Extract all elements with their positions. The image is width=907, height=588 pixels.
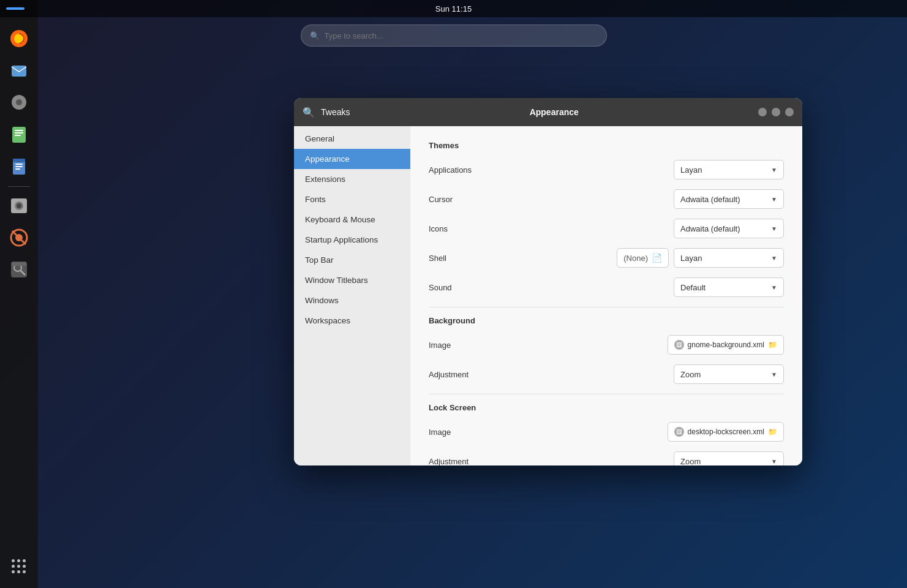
sidebar-item-startup-applications[interactable]: Startup Applications — [294, 230, 410, 250]
dot — [12, 570, 15, 573]
minimize-button[interactable] — [758, 108, 767, 116]
sidebar-item-windows[interactable]: Windows — [294, 290, 410, 311]
bg-image-folder-icon: 📁 — [768, 341, 777, 349]
maximize-button[interactable] — [772, 108, 780, 116]
sidebar-item-top-bar[interactable]: Top Bar — [294, 250, 410, 270]
shell-dropdown-value: Layan — [680, 254, 769, 263]
dot — [17, 570, 20, 573]
svg-rect-2 — [12, 66, 26, 77]
applications-dropdown[interactable]: Layan ▼ — [674, 160, 784, 179]
bg-adjustment-arrow: ▼ — [771, 371, 777, 378]
applications-row: Applications Layan ▼ — [429, 159, 784, 181]
cursor-label: Cursor — [429, 195, 649, 204]
applications-dropdown-arrow: ▼ — [771, 167, 777, 173]
dot — [12, 565, 15, 568]
ls-image-label: Image — [429, 428, 649, 437]
sidebar-item-extensions[interactable]: Extensions — [294, 169, 410, 189]
bg-image-value[interactable]: 🖼 gnome-background.xml 📁 — [668, 335, 784, 355]
applications-dropdown-value: Layan — [680, 165, 769, 175]
search-icon: 🔍 — [310, 31, 320, 40]
svg-rect-27 — [12, 262, 26, 266]
sidebar-item-window-titlebars[interactable]: Window Titlebars — [294, 270, 410, 290]
bg-adjustment-control: Zoom ▼ — [649, 364, 784, 384]
svg-rect-12 — [15, 135, 21, 136]
background-section-title: Background — [429, 316, 784, 325]
window-title-label: Tweaks — [321, 107, 350, 117]
title-bar-left: 🔍 Tweaks — [303, 107, 350, 118]
dots-grid — [12, 559, 26, 574]
dot — [17, 559, 20, 562]
top-bar: Sun 11:15 — [0, 0, 907, 17]
bg-image-label: Image — [429, 341, 649, 350]
cursor-dropdown-value: Adwaita (default) — [680, 195, 769, 204]
clock: Sun 11:15 — [435, 4, 472, 13]
shell-control: (None) 📄 Layan ▼ — [617, 248, 784, 268]
main-content: Themes Applications Layan ▼ Cursor — [410, 126, 802, 466]
ls-adjustment-dropdown[interactable]: Zoom ▼ — [674, 451, 784, 466]
svg-rect-8 — [23, 102, 26, 104]
dot — [23, 559, 26, 562]
search-bar[interactable]: 🔍 — [301, 24, 607, 47]
taskbar-files[interactable] — [5, 152, 33, 180]
svg-rect-7 — [12, 102, 15, 104]
shell-dropdown-arrow: ▼ — [771, 255, 777, 262]
taskbar-camera[interactable] — [5, 192, 33, 220]
svg-rect-15 — [15, 164, 23, 165]
window-controls — [758, 108, 794, 116]
shell-none-text: (None) — [623, 254, 648, 263]
ls-image-filename: desktop-lockscreen.xml — [688, 428, 764, 436]
svg-rect-6 — [18, 107, 20, 110]
title-bar: 🔍 Tweaks Appearance — [294, 98, 802, 126]
taskbar-mail[interactable] — [5, 56, 33, 85]
cursor-row: Cursor Adwaita (default) ▼ — [429, 188, 784, 210]
search-input[interactable] — [325, 31, 598, 40]
search-bar-container: 🔍 — [301, 24, 607, 47]
sidebar-item-keyboard-mouse[interactable]: Keyboard & Mouse — [294, 209, 410, 230]
svg-line-23 — [12, 231, 26, 244]
svg-rect-16 — [15, 166, 23, 167]
taskbar-help[interactable] — [5, 224, 33, 252]
sidebar-item-general[interactable]: General — [294, 129, 410, 149]
sound-dropdown-value: Default — [680, 283, 769, 292]
icons-dropdown[interactable]: Adwaita (default) ▼ — [674, 219, 784, 238]
taskbar-settings[interactable] — [5, 88, 33, 116]
shell-label: Shell — [429, 254, 617, 263]
sidebar-item-appearance[interactable]: Appearance — [294, 149, 410, 169]
dot — [12, 559, 15, 562]
cursor-dropdown[interactable]: Adwaita (default) ▼ — [674, 189, 784, 209]
bg-image-control: 🖼 gnome-background.xml 📁 — [649, 335, 784, 355]
shell-dropdown[interactable]: Layan ▼ — [674, 248, 784, 268]
svg-rect-17 — [15, 168, 20, 170]
taskbar-notes[interactable] — [5, 120, 33, 148]
svg-point-20 — [17, 203, 21, 208]
sidebar-item-workspaces[interactable]: Workspaces — [294, 311, 410, 331]
ls-adjustment-arrow: ▼ — [771, 458, 777, 465]
bg-image-filename: gnome-background.xml — [688, 341, 764, 349]
ls-image-row: Image 🖼 desktop-lockscreen.xml 📁 — [429, 421, 784, 443]
svg-rect-5 — [18, 95, 20, 98]
applications-control: Layan ▼ — [649, 160, 784, 179]
shell-none-badge: (None) 📄 — [617, 248, 669, 268]
sidebar-item-fonts[interactable]: Fonts — [294, 189, 410, 209]
sound-label: Sound — [429, 283, 649, 292]
icons-control: Adwaita (default) ▼ — [649, 219, 784, 238]
bg-adjustment-row: Adjustment Zoom ▼ — [429, 363, 784, 385]
ls-image-value[interactable]: 🖼 desktop-lockscreen.xml 📁 — [668, 422, 784, 442]
svg-point-4 — [16, 99, 22, 105]
ls-adjustment-value: Zoom — [680, 457, 769, 466]
taskbar-firefox[interactable] — [5, 24, 33, 53]
app-grid-button[interactable] — [5, 552, 33, 581]
window-body: General Appearance Extensions Fonts Keyb… — [294, 126, 802, 466]
cursor-control: Adwaita (default) ▼ — [649, 189, 784, 209]
svg-rect-14 — [13, 159, 25, 162]
sound-dropdown[interactable]: Default ▼ — [674, 277, 784, 297]
bg-image-row: Image 🖼 gnome-background.xml 📁 — [429, 334, 784, 356]
lockscreen-section-title: Lock Screen — [429, 403, 784, 412]
window-section-title: Appearance — [350, 107, 758, 117]
close-button[interactable] — [785, 108, 794, 116]
bg-adjustment-dropdown[interactable]: Zoom ▼ — [674, 364, 784, 384]
sound-row: Sound Default ▼ — [429, 276, 784, 298]
taskbar-magnifier[interactable] — [5, 255, 33, 284]
desktop: Sun 11:15 🔍 — [0, 0, 907, 588]
title-search-icon[interactable]: 🔍 — [303, 107, 315, 118]
